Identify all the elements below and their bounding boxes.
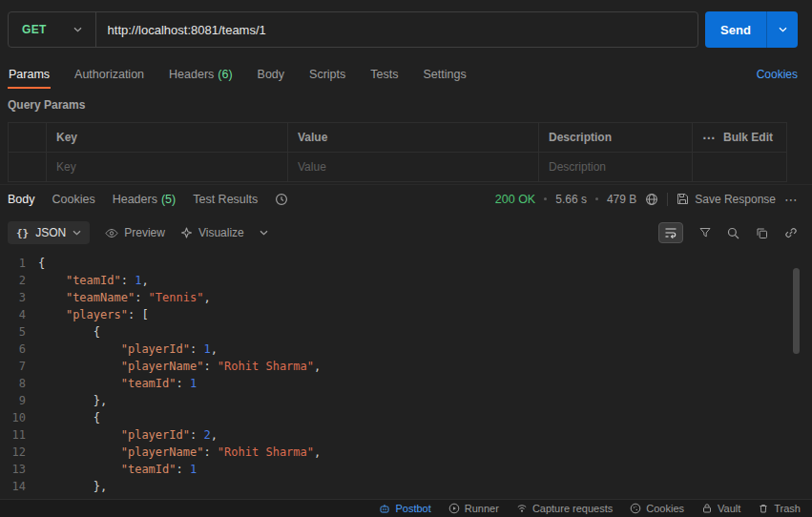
tab-headers[interactable]: Headers(6) (168, 62, 234, 87)
response-body-viewer[interactable]: 1{2 "teamId": 1,3 "teamName": "Tennis",4… (0, 249, 798, 499)
line-number: 4 (0, 306, 38, 323)
tab-label: Authorization (74, 68, 144, 81)
footer-vault[interactable]: Vault (701, 503, 740, 514)
tab-scripts[interactable]: Scripts (308, 62, 346, 87)
tab-count: (5) (161, 193, 176, 206)
sparkle-icon (180, 227, 193, 239)
table-actions-header: ⋯ Bulk Edit (693, 123, 787, 153)
tab-tests[interactable]: Tests (369, 62, 399, 87)
tab-settings[interactable]: Settings (422, 62, 467, 87)
line-number: 3 (0, 289, 38, 306)
param-description-input[interactable] (549, 160, 682, 174)
line-number: 10 (0, 409, 38, 426)
wrap-text-icon (664, 227, 677, 238)
response-tab-test-results[interactable]: Test Results (193, 193, 258, 206)
line-number: 5 (0, 323, 38, 341)
code-line: 12 "playerName": "Rohit Sharma", (0, 444, 798, 461)
request-bar: GET Send (8, 11, 798, 48)
send-split-button: Send (705, 11, 798, 48)
response-tab-body[interactable]: Body (8, 193, 35, 206)
chevron-down-icon (779, 27, 787, 32)
method-selector[interactable]: GET (9, 12, 96, 47)
param-key-input[interactable] (56, 160, 278, 174)
copy-button[interactable] (756, 227, 768, 239)
request-tabs: Params Authorization Headers(6) Body Scr… (8, 61, 798, 88)
send-button[interactable]: Send (705, 11, 766, 48)
wrap-text-button[interactable] (658, 222, 683, 243)
save-response-button[interactable]: Save Response (677, 193, 776, 206)
footer-trash[interactable]: Trash (758, 503, 801, 514)
code-line: 6 "playerId": 1, (0, 341, 798, 358)
lock-icon (701, 503, 713, 514)
response-meta: 200 OK 5.66 s 479 B Save Response ⋯ (495, 193, 798, 206)
checkbox-column-header (9, 123, 47, 153)
response-tab-cookies[interactable]: Cookies (52, 193, 95, 206)
link-icon (784, 226, 798, 239)
tab-label: Scripts (309, 68, 345, 81)
footer-cookies[interactable]: Cookies (630, 503, 684, 514)
eye-icon (105, 228, 118, 238)
response-time: 5.66 s (555, 193, 587, 206)
footer-label: Vault (718, 503, 740, 514)
table-header-row: Key Value Description ⋯ Bulk Edit (9, 123, 787, 153)
scrollbar-thumb[interactable] (793, 268, 800, 354)
filter-button[interactable] (699, 227, 711, 238)
link-button[interactable] (784, 226, 798, 239)
param-key-cell (47, 153, 288, 182)
param-value-input[interactable] (298, 160, 529, 174)
line-number: 6 (0, 341, 38, 358)
format-dropdown[interactable]: {} JSON (8, 221, 90, 244)
viewer-overflow-chevron[interactable] (260, 230, 268, 236)
tab-label: Test Results (193, 193, 258, 206)
code-line: 3 "teamName": "Tennis", (0, 289, 798, 306)
param-actions-cell (693, 153, 787, 182)
footer-label: Postbot (395, 503, 430, 514)
tab-count: (6) (218, 68, 232, 81)
response-tab-headers[interactable]: Headers(5) (113, 193, 177, 206)
row-handle-cell (9, 153, 47, 182)
chevron-down-icon (260, 230, 268, 236)
search-button[interactable] (727, 227, 739, 239)
param-value-cell (288, 153, 539, 182)
tab-label: Cookies (52, 193, 95, 206)
history-icon[interactable] (275, 193, 288, 206)
postman-app: GET Send Params Authorization Headers(6)… (0, 0, 812, 517)
code-line: 1{ (0, 255, 798, 272)
bulk-edit-button[interactable]: Bulk Edit (723, 131, 773, 144)
query-params-table: Key Value Description ⋯ Bulk Edit (8, 122, 787, 182)
line-number: 13 (0, 461, 38, 478)
code-line: 2 "teamId": 1, (0, 272, 798, 289)
send-options-button[interactable] (766, 11, 798, 48)
tab-label: Settings (423, 68, 466, 81)
url-box: GET (8, 11, 698, 48)
response-size: 479 B (607, 193, 636, 206)
url-input[interactable] (96, 23, 697, 37)
tab-params[interactable]: Params (8, 62, 51, 87)
code-line: 10 { (0, 409, 798, 426)
footer-postbot[interactable]: Postbot (379, 503, 430, 514)
line-number: 12 (0, 444, 38, 461)
postbot-icon (379, 503, 390, 514)
line-number: 7 (0, 358, 38, 375)
viewer-icon-group (658, 222, 798, 243)
tab-body[interactable]: Body (257, 62, 286, 87)
tab-authorization[interactable]: Authorization (73, 62, 145, 87)
tab-label: Headers (169, 68, 214, 81)
code-line: 9 }, (0, 392, 798, 409)
code-line: 7 "playerName": "Rohit Sharma", (0, 358, 798, 375)
line-number: 9 (0, 392, 38, 409)
line-number: 8 (0, 375, 38, 392)
footer-capture-requests[interactable]: Capture requests (516, 503, 613, 514)
bulk-edit-menu-icon[interactable]: ⋯ (702, 131, 716, 144)
visualize-button[interactable]: Visualize (180, 226, 244, 239)
footer-runner[interactable]: Runner (448, 503, 499, 514)
tab-label: Params (9, 68, 50, 81)
cookies-link[interactable]: Cookies (757, 68, 798, 81)
search-icon (727, 227, 739, 239)
description-column-header: Description (539, 123, 693, 153)
query-params-title: Query Params (8, 98, 85, 112)
status-bar: Postbot Runner Capture requests Cookies … (0, 499, 812, 517)
preview-button[interactable]: Preview (105, 226, 165, 239)
more-options-icon[interactable]: ⋯ (784, 193, 798, 206)
network-icon[interactable] (645, 193, 658, 206)
